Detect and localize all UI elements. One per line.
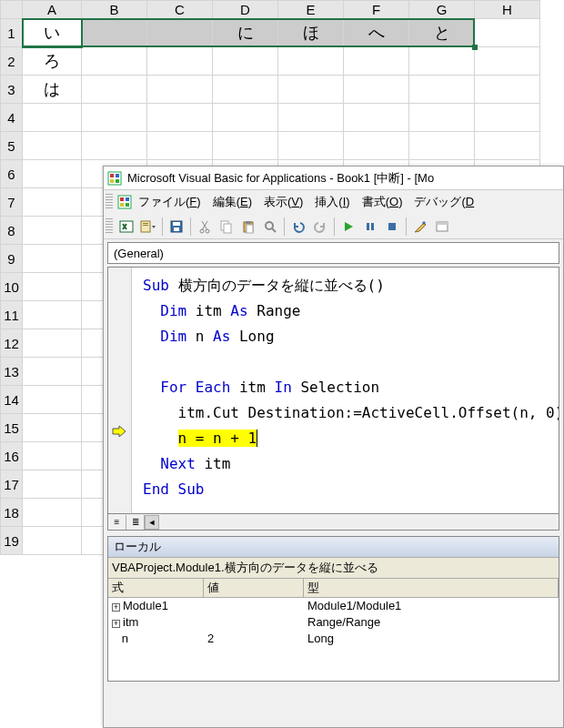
- row-header[interactable]: 5: [1, 132, 23, 160]
- code-pane[interactable]: Sub 横方向のデータを縦に並べる() Dim itm As Range Dim…: [132, 268, 559, 513]
- row-header[interactable]: 9: [1, 245, 23, 273]
- row-header[interactable]: 17: [1, 470, 23, 499]
- svg-rect-8: [120, 203, 124, 207]
- redo-icon[interactable]: [310, 217, 330, 237]
- col-type[interactable]: 型: [304, 579, 559, 598]
- svg-rect-10: [120, 221, 133, 232]
- col-header[interactable]: F: [344, 1, 409, 19]
- locals-row[interactable]: +itm Range/Range: [108, 614, 559, 631]
- cell[interactable]: と: [409, 19, 475, 47]
- scroll-left-icon[interactable]: ◄: [145, 515, 159, 530]
- object-dropdown[interactable]: (General): [107, 242, 559, 264]
- svg-rect-27: [388, 223, 396, 230]
- cell[interactable]: い: [23, 19, 82, 47]
- locals-row[interactable]: n 2Long: [108, 631, 559, 647]
- row-header[interactable]: 18: [1, 499, 23, 527]
- row-header[interactable]: 4: [1, 104, 23, 132]
- row-header[interactable]: 1: [1, 19, 23, 47]
- row-header[interactable]: 7: [1, 188, 23, 217]
- svg-rect-15: [173, 222, 180, 226]
- toolbar-grip[interactable]: [106, 218, 113, 235]
- locals-window: ローカル VBAProject.Module1.横方向のデータを縦に並べる 式 …: [107, 536, 559, 682]
- fill-handle[interactable]: [472, 45, 478, 50]
- menubar-grip[interactable]: [106, 194, 113, 210]
- run-icon[interactable]: [338, 217, 358, 237]
- project-explorer-icon[interactable]: [432, 217, 452, 237]
- row-header[interactable]: 3: [1, 76, 23, 104]
- current-line-arrow-icon: [112, 425, 126, 440]
- row-header[interactable]: 2: [1, 47, 23, 76]
- expand-icon[interactable]: +: [112, 603, 120, 612]
- locals-header: 式 値 型: [108, 579, 559, 598]
- select-all[interactable]: [1, 1, 23, 19]
- cell[interactable]: [82, 19, 147, 47]
- svg-rect-3: [110, 179, 114, 183]
- cell[interactable]: ろ: [23, 47, 82, 76]
- col-expression[interactable]: 式: [108, 579, 204, 598]
- save-icon[interactable]: [166, 217, 186, 237]
- row-header[interactable]: 12: [1, 329, 23, 358]
- horizontal-scrollbar[interactable]: ◄: [145, 515, 559, 530]
- row-header[interactable]: 14: [1, 386, 23, 414]
- cell[interactable]: は: [23, 76, 82, 104]
- menu-file[interactable]: ファイル(F): [133, 192, 206, 212]
- col-header[interactable]: G: [409, 1, 475, 19]
- locals-row[interactable]: +Module1 Module1/Module1: [108, 598, 559, 614]
- insert-dropdown-icon[interactable]: [138, 217, 158, 237]
- vbe-window: Microsoft Visual Basic for Applications …: [103, 166, 564, 728]
- svg-rect-11: [141, 221, 150, 232]
- row-header[interactable]: 8: [1, 217, 23, 245]
- svg-rect-23: [247, 225, 253, 233]
- code-editor[interactable]: Sub 横方向のデータを縦に並べる() Dim itm As Range Dim…: [107, 267, 559, 514]
- design-mode-icon[interactable]: [410, 217, 430, 237]
- reset-icon[interactable]: [382, 217, 402, 237]
- undo-icon[interactable]: [288, 217, 308, 237]
- menubar: ファイル(F) 編集(E) 表示(V) 挿入(I) 書式(O) デバッグ(D: [104, 190, 563, 214]
- svg-rect-4: [116, 179, 119, 183]
- col-header[interactable]: B: [82, 1, 147, 19]
- row-header[interactable]: 6: [1, 160, 23, 188]
- svg-rect-22: [246, 221, 251, 224]
- cell[interactable]: [475, 19, 540, 47]
- svg-rect-6: [120, 197, 124, 201]
- svg-rect-25: [367, 223, 369, 230]
- menu-view[interactable]: 表示(V): [258, 192, 308, 212]
- col-value[interactable]: 値: [204, 579, 304, 598]
- view-excel-icon[interactable]: [116, 217, 136, 237]
- row-header[interactable]: 19: [1, 527, 23, 555]
- find-icon[interactable]: [260, 217, 280, 237]
- row-header[interactable]: 11: [1, 301, 23, 329]
- svg-rect-1: [110, 174, 114, 177]
- locals-context: VBAProject.Module1.横方向のデータを縦に並べる: [108, 558, 559, 579]
- svg-rect-2: [116, 174, 119, 177]
- expand-icon[interactable]: +: [112, 620, 120, 628]
- row-header[interactable]: 15: [1, 414, 23, 442]
- menu-insert[interactable]: 挿入(I): [309, 192, 355, 212]
- svg-rect-20: [224, 224, 231, 233]
- break-icon[interactable]: [360, 217, 380, 237]
- row-header[interactable]: 10: [1, 273, 23, 301]
- menu-edit[interactable]: 編集(E): [207, 192, 257, 212]
- svg-rect-12: [143, 223, 148, 224]
- margin-indicator-bar[interactable]: [108, 268, 132, 513]
- menu-debug[interactable]: デバッグ(D: [408, 192, 479, 212]
- cell[interactable]: ほ: [278, 19, 344, 47]
- titlebar[interactable]: Microsoft Visual Basic for Applications …: [104, 167, 563, 190]
- col-header[interactable]: E: [278, 1, 344, 19]
- paste-icon[interactable]: [238, 217, 258, 237]
- col-header[interactable]: A: [23, 1, 82, 19]
- cell[interactable]: [147, 19, 213, 47]
- col-header[interactable]: H: [475, 1, 540, 19]
- cut-icon[interactable]: [195, 217, 215, 237]
- copy-icon[interactable]: [217, 217, 237, 237]
- cell[interactable]: へ: [344, 19, 409, 47]
- row-header[interactable]: 16: [1, 442, 23, 470]
- col-header[interactable]: D: [213, 1, 278, 19]
- procedure-view-icon[interactable]: ≡: [108, 515, 126, 530]
- module-icon: [117, 195, 132, 209]
- row-header[interactable]: 13: [1, 358, 23, 386]
- full-module-view-icon[interactable]: ≣: [126, 515, 145, 530]
- menu-format[interactable]: 書式(O): [357, 192, 408, 212]
- col-header[interactable]: C: [147, 1, 213, 19]
- cell[interactable]: に: [213, 19, 278, 47]
